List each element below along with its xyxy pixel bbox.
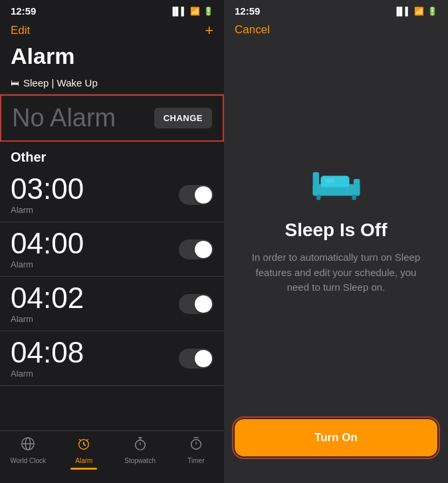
alarm-time: 04:08 <box>11 338 84 367</box>
tab-world-clock[interactable]: World Clock <box>0 436 56 470</box>
status-bar-right: 12:59 ▐▌▌ 📶 🔋 <box>224 0 448 19</box>
stopwatch-icon <box>133 436 148 455</box>
status-icons-right: ▐▌▌ 📶 🔋 <box>393 7 437 16</box>
time-left: 12:59 <box>11 5 36 17</box>
alarm-sub: Alarm <box>11 259 84 269</box>
battery-icon: 🔋 <box>203 7 213 16</box>
tab-timer[interactable]: Timer <box>168 436 224 470</box>
svg-rect-16 <box>312 172 318 196</box>
bed-icon: 🛏 <box>11 78 19 88</box>
status-icons-left: ▐▌▌ 📶 🔋 <box>169 7 213 16</box>
alarm-toggle-0402[interactable] <box>179 294 213 314</box>
sleep-label: 🛏 Sleep | Wake Up <box>11 77 213 88</box>
svg-line-7 <box>87 439 88 440</box>
alarm-toggle-0408[interactable] <box>179 349 213 369</box>
alarm-toggle-0400[interactable] <box>179 240 213 259</box>
cancel-row: Cancel <box>224 19 448 41</box>
alarm-time: 03:00 <box>11 174 84 204</box>
change-button[interactable]: CHANGE <box>154 108 212 128</box>
right-panel: 12:59 ▐▌▌ 📶 🔋 Cancel <box>224 0 448 483</box>
toggle-knob <box>195 241 212 258</box>
toggle-knob <box>195 295 212 313</box>
alarm-icon <box>76 436 91 455</box>
tab-alarm[interactable]: Alarm <box>56 436 112 470</box>
sleep-section: 🛏 Sleep | Wake Up <box>0 72 224 94</box>
alarm-item-0300[interactable]: 03:00 Alarm <box>0 168 224 222</box>
turn-on-button[interactable]: Turn On <box>235 419 437 456</box>
battery-icon-right: 🔋 <box>427 7 437 16</box>
signal-icon-right: ▐▌▌ <box>393 7 411 16</box>
bed-icon-container <box>310 164 363 204</box>
stopwatch-label: Stopwatch <box>124 457 156 464</box>
wifi-icon-right: 📶 <box>414 7 424 16</box>
alarm-time: 04:00 <box>11 229 84 258</box>
svg-line-5 <box>84 444 86 446</box>
world-clock-label: World Clock <box>10 457 46 464</box>
alarm-header: Edit + <box>0 19 224 43</box>
status-bar-left: 12:59 ▐▌▌ 📶 🔋 <box>0 0 224 19</box>
alarm-label: Alarm <box>75 457 92 464</box>
alarm-toggle-0300[interactable] <box>179 185 213 205</box>
alarm-item-0402[interactable]: 04:02 Alarm <box>0 277 224 331</box>
svg-rect-17 <box>353 179 359 196</box>
tab-stopwatch[interactable]: Stopwatch <box>112 436 168 470</box>
svg-rect-20 <box>316 195 320 200</box>
left-panel: 12:59 ▐▌▌ 📶 🔋 Edit + Alarm 🛏 Sleep | Wak… <box>0 0 224 483</box>
alarm-item-0400[interactable]: 04:00 Alarm <box>0 222 224 277</box>
toggle-knob <box>195 350 212 367</box>
add-alarm-button[interactable]: + <box>205 22 213 39</box>
alarm-time-info: 04:08 Alarm <box>11 338 84 379</box>
sleep-off-content: Sleep Is Off In order to automatically t… <box>224 41 448 419</box>
cancel-button[interactable]: Cancel <box>235 23 270 37</box>
alarm-item-0408[interactable]: 04:08 Alarm <box>0 331 224 386</box>
svg-point-8 <box>135 440 145 450</box>
timer-label: Timer <box>187 457 204 464</box>
sleep-label-text: Sleep | Wake Up <box>23 77 98 88</box>
alarm-time: 04:02 <box>11 283 84 313</box>
timer-icon <box>189 436 203 455</box>
tab-bar: World Clock Alarm <box>0 430 224 483</box>
other-section-label: Other <box>0 142 224 168</box>
alarm-sub: Alarm <box>11 205 84 215</box>
world-clock-icon <box>21 436 35 455</box>
no-alarm-text: No Alarm <box>12 104 116 132</box>
sleep-off-title: Sleep Is Off <box>284 220 387 241</box>
alarm-time-info: 03:00 Alarm <box>11 174 84 215</box>
time-right: 12:59 <box>235 5 260 17</box>
toggle-knob <box>195 186 212 204</box>
wifi-icon: 📶 <box>190 7 200 16</box>
edit-button[interactable]: Edit <box>11 24 30 37</box>
alarm-sub: Alarm <box>11 369 84 379</box>
no-alarm-row: No Alarm CHANGE <box>0 94 224 142</box>
alarm-sub: Alarm <box>11 314 84 324</box>
svg-rect-19 <box>324 178 334 182</box>
active-tab-indicator <box>70 468 97 470</box>
bed-illustration-icon <box>310 164 363 201</box>
alarm-title: Alarm <box>0 43 224 72</box>
svg-line-6 <box>80 439 81 440</box>
alarm-list: 03:00 Alarm 04:00 Alarm 04:02 Alarm <box>0 168 224 430</box>
alarm-time-info: 04:02 Alarm <box>11 283 84 324</box>
signal-icon: ▐▌▌ <box>169 7 187 16</box>
sleep-off-description: In order to automatically turn on Sleep … <box>244 250 428 295</box>
svg-rect-21 <box>352 195 356 200</box>
alarm-time-info: 04:00 Alarm <box>11 229 84 269</box>
